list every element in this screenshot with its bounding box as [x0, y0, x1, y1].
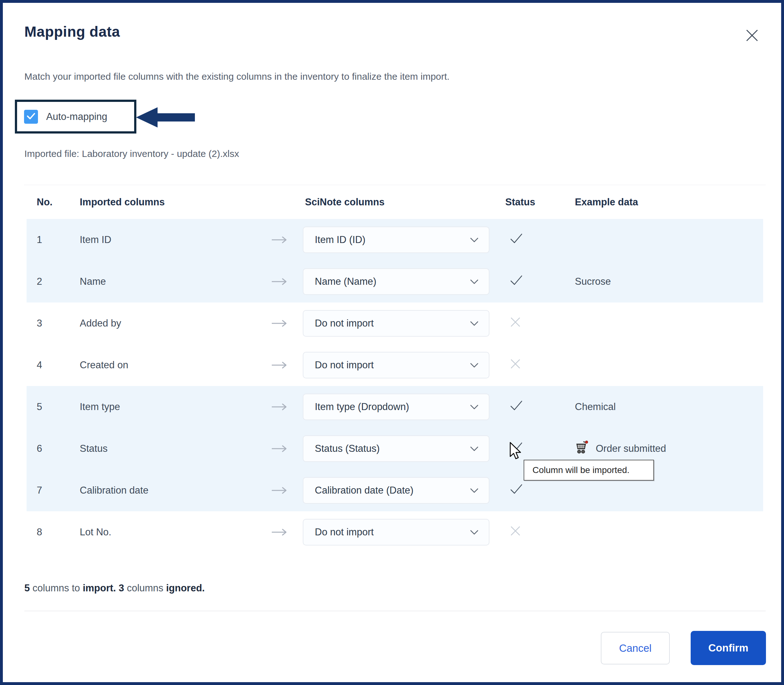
arrow-right-icon	[271, 236, 303, 244]
confirm-button-label: Confirm	[708, 642, 748, 654]
table-row: 4 Created on Do not import	[27, 344, 763, 386]
close-icon	[745, 28, 759, 44]
chevron-down-icon	[470, 363, 479, 368]
imported-column-label: Added by	[80, 318, 271, 329]
table-row: 3 Added by Do not import	[27, 302, 763, 344]
arrow-right-icon	[271, 361, 303, 369]
mapping-data-dialog: Mapping data Match your imported file co…	[0, 0, 784, 685]
example-data-text: Sucrose	[575, 276, 611, 287]
status-imported-icon[interactable]	[510, 233, 523, 247]
header-example-data: Example data	[562, 196, 638, 208]
arrow-right-icon	[271, 486, 303, 495]
row-number: 2	[27, 276, 80, 287]
imported-column-label: Status	[80, 443, 271, 455]
table-row: 5 Item type Item type (Dropdown)	[27, 386, 763, 428]
imported-column-label: Name	[80, 276, 271, 287]
status-ignored-icon[interactable]	[510, 525, 521, 539]
selected-option-label: Calibration date (Date)	[315, 485, 414, 496]
arrow-right-icon	[271, 403, 303, 411]
imported-column-label: Item type	[80, 401, 271, 412]
arrow-right-icon	[271, 528, 303, 536]
table-body: 1 Item ID Item ID (ID)	[24, 219, 766, 553]
scinote-column-select[interactable]: Status (Status)	[303, 435, 489, 462]
selected-option-label: Status (Status)	[315, 443, 380, 455]
selected-option-label: Do not import	[315, 318, 373, 329]
header-imported-columns: Imported columns	[80, 196, 271, 208]
imported-column-label: Created on	[80, 359, 271, 371]
chevron-down-icon	[470, 321, 479, 326]
scinote-column-select[interactable]: Do not import	[303, 310, 489, 337]
row-number: 1	[27, 234, 80, 245]
arrow-left-icon	[136, 107, 196, 128]
dialog-title: Mapping data	[24, 23, 120, 40]
cancel-button[interactable]: Cancel	[601, 632, 670, 664]
arrow-right-icon	[271, 319, 303, 328]
close-button[interactable]	[743, 27, 761, 45]
imported-column-label: Calibration date	[80, 485, 271, 496]
selected-option-label: Item ID (ID)	[315, 234, 365, 245]
selected-option-label: Do not import	[315, 359, 373, 371]
example-data-text: Order submitted	[596, 443, 666, 455]
cart-icon	[575, 440, 589, 458]
arrow-right-icon	[271, 278, 303, 286]
chevron-down-icon	[470, 530, 479, 535]
status-imported-icon[interactable]	[510, 400, 523, 414]
chevron-down-icon	[470, 488, 479, 493]
selected-option-label: Name (Name)	[315, 276, 377, 287]
summary-text: 5 columns to import. 3 columns ignored.	[24, 583, 205, 594]
row-number: 3	[27, 318, 80, 329]
chevron-down-icon	[470, 446, 479, 451]
scinote-column-select[interactable]: Do not import	[303, 352, 489, 378]
status-ignored-icon[interactable]	[510, 358, 521, 372]
selected-option-label: Do not import	[315, 526, 373, 538]
header-status: Status	[471, 196, 562, 208]
header-scinote-columns: SciNote columns	[271, 196, 471, 208]
status-imported-icon[interactable]	[510, 274, 523, 289]
cursor-arrow-icon	[509, 442, 525, 464]
status-imported-icon[interactable]	[510, 484, 523, 497]
annotation-highlight-box: Auto-mapping	[15, 100, 136, 133]
scinote-column-select[interactable]: Item type (Dropdown)	[303, 394, 489, 420]
scinote-column-select[interactable]: Item ID (ID)	[303, 227, 489, 253]
scinote-column-select[interactable]: Do not import	[303, 519, 489, 545]
status-ignored-icon[interactable]	[510, 317, 521, 330]
chevron-down-icon	[470, 279, 479, 284]
check-icon	[26, 112, 36, 121]
table-row: 8 Lot No. Do not import	[27, 511, 763, 553]
row-number: 4	[27, 359, 80, 371]
row-number: 8	[27, 526, 80, 538]
imported-file-label: Imported file: Laboratory inventory - up…	[24, 148, 239, 159]
table-row: 1 Item ID Item ID (ID)	[27, 219, 763, 261]
selected-option-label: Item type (Dropdown)	[315, 401, 409, 412]
confirm-button[interactable]: Confirm	[691, 631, 766, 665]
footer-divider	[24, 610, 766, 611]
status-tooltip: Column will be imported.	[524, 460, 654, 480]
chevron-down-icon	[470, 404, 479, 410]
arrow-right-icon	[271, 445, 303, 453]
row-number: 5	[27, 401, 80, 412]
imported-column-label: Item ID	[80, 234, 271, 245]
table-row: 2 Name Name (Name)	[27, 261, 763, 302]
scinote-column-select[interactable]: Calibration date (Date)	[303, 477, 489, 504]
table-header-row: No. Imported columns SciNote columns Sta…	[24, 185, 766, 219]
row-number: 7	[27, 485, 80, 496]
dialog-description: Match your imported file columns with th…	[24, 71, 450, 82]
imported-column-label: Lot No.	[80, 526, 271, 538]
mapping-table: No. Imported columns SciNote columns Sta…	[24, 185, 766, 553]
chevron-down-icon	[470, 237, 479, 243]
scinote-column-select[interactable]: Name (Name)	[303, 268, 489, 295]
example-data-text: Chemical	[575, 401, 616, 412]
auto-mapping-label: Auto-mapping	[46, 111, 107, 122]
cancel-button-label: Cancel	[619, 642, 652, 654]
header-no: No.	[24, 196, 80, 208]
row-number: 6	[27, 443, 80, 455]
auto-mapping-checkbox[interactable]	[24, 110, 38, 124]
tooltip-text: Column will be imported.	[532, 465, 630, 475]
